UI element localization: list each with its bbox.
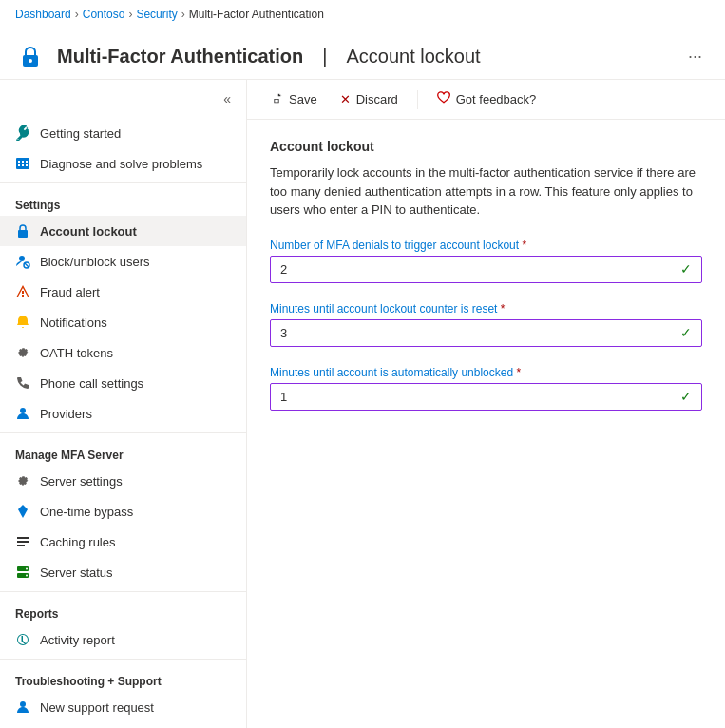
svg-rect-8 bbox=[17, 541, 29, 543]
input-wrapper-counter-reset: ✓ bbox=[270, 319, 702, 347]
form-group-counter-reset: Minutes until account lockout counter is… bbox=[270, 302, 702, 347]
sidebar-item-support-request[interactable]: New support request bbox=[0, 692, 246, 722]
sidebar: « Getting started Diagnose and solve pro… bbox=[0, 80, 247, 728]
sidebar-item-caching-rules[interactable]: Caching rules bbox=[0, 527, 246, 557]
save-button[interactable]: Save bbox=[262, 87, 325, 111]
sidebar-item-label: Server settings bbox=[40, 474, 123, 489]
sidebar-section-settings: Settings bbox=[0, 187, 246, 216]
input-auto-unblock[interactable] bbox=[271, 384, 701, 410]
breadcrumb-contoso[interactable]: Contoso bbox=[83, 8, 125, 21]
sidebar-item-label: Getting started bbox=[40, 126, 121, 141]
page-title-bar: Multi-Factor Authentication | Account lo… bbox=[0, 29, 725, 80]
svg-rect-7 bbox=[17, 537, 29, 539]
content-body: Account lockout Temporarily lock account… bbox=[247, 120, 725, 449]
content-area: Save ✕ Discard Got feedback? Account loc… bbox=[247, 80, 725, 728]
sidebar-item-fraud-alert[interactable]: Fraud alert bbox=[0, 277, 246, 307]
warning-icon bbox=[15, 284, 30, 299]
sidebar-item-label: New support request bbox=[40, 700, 154, 715]
sidebar-collapse-button[interactable]: « bbox=[219, 87, 235, 110]
form-group-auto-unblock: Minutes until account is automatically u… bbox=[270, 366, 702, 411]
sidebar-item-label: Activity report bbox=[40, 633, 115, 647]
svg-point-6 bbox=[20, 408, 26, 413]
sidebar-item-server-status[interactable]: Server status bbox=[0, 557, 246, 587]
person-support-icon bbox=[15, 699, 30, 715]
svg-point-1 bbox=[29, 59, 32, 63]
svg-rect-9 bbox=[17, 545, 25, 546]
svg-line-5 bbox=[25, 263, 29, 267]
sidebar-item-getting-started[interactable]: Getting started bbox=[0, 118, 246, 148]
sidebar-item-block-unblock[interactable]: Block/unblock users bbox=[0, 246, 246, 277]
page-title: Multi-Factor Authentication bbox=[57, 46, 303, 67]
lock-icon bbox=[15, 223, 30, 239]
sidebar-divider-4 bbox=[0, 659, 246, 660]
sidebar-item-notifications[interactable]: Notifications bbox=[0, 307, 246, 337]
discard-button[interactable]: ✕ Discard bbox=[333, 88, 406, 110]
required-indicator: * bbox=[516, 366, 521, 379]
sidebar-section-reports: Reports bbox=[0, 596, 246, 624]
breadcrumb: Dashboard › Contoso › Security › Multi-F… bbox=[0, 0, 725, 29]
discard-label: Discard bbox=[356, 92, 398, 106]
breadcrumb-dashboard[interactable]: Dashboard bbox=[15, 8, 71, 21]
server-gear-icon bbox=[15, 473, 30, 489]
breadcrumb-security[interactable]: Security bbox=[136, 8, 177, 21]
toolbar-divider bbox=[417, 90, 418, 109]
wrench-icon bbox=[15, 125, 30, 141]
input-counter-reset[interactable] bbox=[271, 320, 701, 346]
feedback-button[interactable]: Got feedback? bbox=[429, 87, 544, 111]
sidebar-item-oath-tokens[interactable]: OATH tokens bbox=[0, 337, 246, 368]
sidebar-item-phone-call[interactable]: Phone call settings bbox=[0, 368, 246, 398]
check-icon-auto-unblock: ✓ bbox=[680, 389, 692, 404]
sidebar-item-label: Providers bbox=[40, 407, 92, 421]
sidebar-item-label: OATH tokens bbox=[40, 346, 113, 360]
page-title-icon bbox=[15, 41, 46, 71]
sidebar-section-troubleshooting: Troubleshooting + Support bbox=[0, 663, 246, 692]
input-wrapper-mfa-denials: ✓ bbox=[270, 256, 702, 283]
providers-icon bbox=[15, 406, 30, 421]
heart-icon bbox=[437, 91, 450, 107]
sidebar-item-label: Server status bbox=[40, 565, 113, 580]
field-label-auto-unblock: Minutes until account is automatically u… bbox=[270, 366, 702, 379]
breadcrumb-current: Multi-Factor Authentication bbox=[189, 8, 324, 21]
sidebar-item-activity-report[interactable]: Activity report bbox=[0, 624, 246, 655]
input-mfa-denials[interactable] bbox=[271, 257, 701, 282]
input-wrapper-auto-unblock: ✓ bbox=[270, 383, 702, 411]
field-label-counter-reset: Minutes until account lockout counter is… bbox=[270, 302, 702, 316]
sidebar-item-label: Account lockout bbox=[40, 224, 137, 239]
svg-point-14 bbox=[20, 701, 26, 707]
list-icon bbox=[15, 534, 30, 549]
diagnose-icon bbox=[15, 156, 30, 171]
sidebar-item-account-lockout[interactable]: Account lockout bbox=[0, 216, 246, 246]
diamond-icon bbox=[15, 504, 30, 519]
server-status-icon bbox=[15, 565, 30, 580]
sidebar-item-server-settings[interactable]: Server settings bbox=[0, 466, 246, 496]
required-indicator: * bbox=[522, 239, 526, 252]
section-title: Account lockout bbox=[270, 139, 702, 154]
sidebar-section-manage-mfa: Manage MFA Server bbox=[0, 437, 246, 466]
more-options-button[interactable]: ··· bbox=[680, 43, 710, 70]
save-icon bbox=[270, 91, 283, 107]
form-group-mfa-denials: Number of MFA denials to trigger account… bbox=[270, 239, 702, 283]
svg-point-13 bbox=[26, 575, 28, 577]
sidebar-item-label: Block/unblock users bbox=[40, 255, 150, 269]
page-subtitle: Account lockout bbox=[346, 46, 480, 67]
sidebar-item-one-time-bypass[interactable]: One-time bypass bbox=[0, 496, 246, 527]
sidebar-divider-3 bbox=[0, 591, 246, 592]
save-label: Save bbox=[289, 92, 317, 106]
sidebar-item-label: Fraud alert bbox=[40, 285, 100, 299]
sidebar-item-label: Diagnose and solve problems bbox=[40, 157, 202, 171]
field-label-mfa-denials: Number of MFA denials to trigger account… bbox=[270, 239, 702, 252]
svg-point-12 bbox=[26, 568, 28, 570]
sidebar-item-label: One-time bypass bbox=[40, 505, 133, 519]
phone-gear-icon bbox=[15, 375, 30, 391]
check-icon-counter-reset: ✓ bbox=[680, 325, 692, 340]
feedback-label: Got feedback? bbox=[456, 92, 537, 106]
gear-icon bbox=[15, 345, 30, 360]
sidebar-item-label: Notifications bbox=[40, 316, 107, 330]
sidebar-item-label: Caching rules bbox=[40, 535, 116, 549]
svg-point-3 bbox=[19, 256, 25, 261]
required-indicator: * bbox=[501, 302, 506, 316]
check-icon-mfa-denials: ✓ bbox=[680, 261, 692, 277]
sidebar-item-diagnose[interactable]: Diagnose and solve problems bbox=[0, 148, 246, 179]
activity-report-icon bbox=[15, 632, 30, 647]
sidebar-item-providers[interactable]: Providers bbox=[0, 398, 246, 429]
